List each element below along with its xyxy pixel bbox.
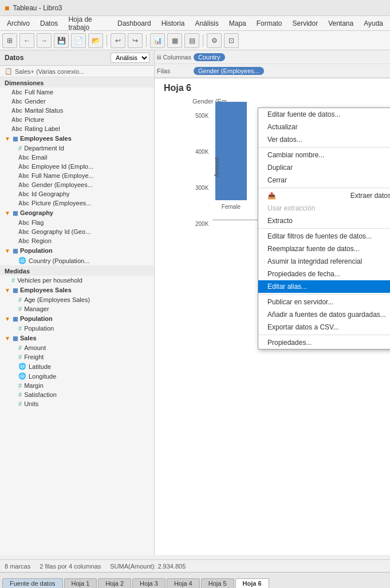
geo-region[interactable]: Abc Region [0, 236, 154, 245]
cm-extracto[interactable]: Extracto ▶ [258, 214, 390, 227]
toolbar-more-btn[interactable]: ▤ [184, 33, 199, 48]
title-text: Tableau - Libro3 [13, 4, 62, 12]
group-population[interactable]: ▼ ▦ Population [0, 245, 154, 256]
geo-id-label: Geography Id (Geo... [31, 228, 90, 235]
menu-analisis[interactable]: Análisis [190, 18, 223, 29]
toolbar-open-btn[interactable]: 📂 [88, 33, 103, 48]
group-meas-population[interactable]: ▼ ▦ Population [0, 313, 154, 324]
sales-latitude[interactable]: 🌐 Latitude [0, 361, 154, 371]
tab-hoja1[interactable]: Hoja 1 [64, 578, 97, 588]
sales-satisfaction[interactable]: # Satisfaction [0, 390, 154, 399]
toolbar-redo-btn[interactable]: ↪ [128, 33, 143, 48]
toolbar-undo-btn[interactable]: ↩ [111, 33, 125, 48]
hash-icon: # [18, 400, 22, 407]
toolbar-bar-btn[interactable]: ▦ [167, 33, 182, 48]
mes-manager[interactable]: # Manager [0, 304, 154, 313]
toolbar-save-btn[interactable]: 💾 [54, 33, 69, 48]
rows-pill[interactable]: Gender (Employees... [194, 67, 264, 75]
cm-edit-datasource[interactable]: Editar fuente de datos... [258, 108, 390, 121]
mes-age[interactable]: # Age (Employees Sales) [0, 295, 154, 304]
toolbar-fit-btn[interactable]: ⊡ [224, 33, 239, 48]
cm-alias-label: Editar alias... [267, 283, 307, 291]
es-emp-id[interactable]: Abc Employee Id (Emplo... [0, 162, 154, 171]
menu-mapa[interactable]: Mapa [224, 18, 251, 29]
data-source-row[interactable]: 📋 Sales+ (Varias conexio... [0, 66, 154, 77]
cm-publicar[interactable]: Publicar en servidor... [258, 296, 390, 308]
columns-pill[interactable]: Country [194, 53, 225, 61]
sales-margin[interactable]: # Margin [0, 381, 154, 390]
cm-propiedades-fecha[interactable]: Propiedades de fecha... [258, 268, 390, 280]
toolbar-forward-btn[interactable]: → [37, 33, 52, 48]
hash-icon: # [18, 305, 22, 312]
tab-data-source[interactable]: Fuente de datos [2, 578, 63, 588]
tab-hoja4[interactable]: Hoja 4 [167, 578, 200, 588]
dim-rating-label[interactable]: Abc Rating Label [0, 124, 154, 133]
menu-ventana[interactable]: Ventana [324, 18, 358, 29]
status-marks: 8 marcas [5, 563, 30, 570]
menu-historia[interactable]: Historia [157, 18, 190, 29]
es-dept-id[interactable]: # Department Id [0, 144, 154, 153]
cm-exportar-csv[interactable]: Exportar datos a CSV... [258, 321, 390, 333]
es-id-geo[interactable]: Abc Id Geography [0, 189, 154, 198]
tab-hoja2[interactable]: Hoja 2 [98, 578, 131, 588]
dim-gender[interactable]: Abc Gender [0, 97, 154, 106]
dim-full-name[interactable]: Abc Full Name [0, 88, 154, 97]
abc-icon: Abc [11, 89, 22, 96]
abc-icon: Abc [18, 220, 29, 226]
group-employees-sales[interactable]: ▼ ▦ Employees Sales [0, 133, 154, 144]
menu-formato[interactable]: Formato [252, 18, 287, 29]
expand-icon: ▼ [5, 248, 10, 254]
group-meas-sales[interactable]: ▼ ▦ Sales [0, 333, 154, 343]
menu-ayuda[interactable]: Ayuda [359, 18, 388, 29]
toolbar-back-btn[interactable]: ← [19, 33, 34, 48]
tab-hoja6[interactable]: Hoja 6 [235, 578, 269, 588]
es-full-name[interactable]: Abc Full Name (Employe... [0, 171, 154, 180]
cm-duplicar[interactable]: Duplicar [258, 161, 390, 174]
sales-freight[interactable]: # Freight [0, 352, 154, 361]
toolbar-chart-btn[interactable]: 📊 [150, 33, 165, 48]
es-email[interactable]: Abc Email [0, 153, 154, 162]
cm-editar-alias[interactable]: Editar alias... ▶ [258, 280, 390, 293]
cm-ver-datos[interactable]: Ver datos... [258, 133, 390, 146]
menu-hoja-trabajo[interactable]: Hoja de trabajo [64, 14, 112, 33]
expand-icon: ▼ [5, 335, 10, 341]
cm-propiedades[interactable]: Propiedades... [258, 336, 390, 349]
dim-marital-status[interactable]: Abc Marital Status [0, 106, 154, 115]
geo-flag[interactable]: Abc Flag [0, 218, 154, 227]
sep2 [146, 34, 147, 47]
cm-extraer-datos[interactable]: 📤 Extraer datos... [258, 189, 390, 202]
cm-actualizar[interactable]: Actualizar [258, 121, 390, 133]
menu-dashboard[interactable]: Dashboard [113, 18, 156, 29]
pop-country[interactable]: 🌐 Country (Population... [0, 256, 154, 265]
menu-archivo[interactable]: Archivo [2, 18, 34, 29]
group-meas-employees-sales[interactable]: ▼ ▦ Employees Sales [0, 285, 154, 295]
toolbar-new-btn[interactable]: 📄 [71, 33, 86, 48]
dim-picture[interactable]: Abc Picture [0, 115, 154, 124]
cm-asumir[interactable]: Asumir la integridad referencial [258, 255, 390, 268]
tab-hoja5[interactable]: Hoja 5 [201, 578, 234, 588]
tab-hoja3[interactable]: Hoja 3 [132, 578, 166, 588]
analysis-select[interactable]: Análisis [111, 53, 149, 63]
group-es-label: Employees Sales [20, 135, 72, 142]
group-geography[interactable]: ▼ ▦ Geography [0, 208, 154, 218]
toolbar-filter-btn[interactable]: ⚙ [207, 33, 222, 48]
abc-icon: Abc [11, 126, 22, 132]
mpop-pop[interactable]: # Population [0, 324, 154, 333]
cm-añadir-guardadas[interactable]: Añadir a fuentes de datos guardadas... [258, 308, 390, 321]
hash-icon: # [18, 353, 22, 360]
es-gender[interactable]: Abc Gender (Employees... [0, 180, 154, 189]
sales-units[interactable]: # Units [0, 399, 154, 408]
meas-vehicles[interactable]: # Vehicles per household [0, 276, 154, 285]
cm-reemplazar[interactable]: Reemplazar fuente de datos... [258, 243, 390, 255]
sales-amount[interactable]: # Amount [0, 343, 154, 352]
mpop-pop-label: Population [24, 325, 54, 332]
sales-longitude[interactable]: 🌐 Longitude [0, 371, 154, 381]
cm-cambiar-nombre[interactable]: Cambiar nombre... [258, 149, 390, 161]
toolbar-grid-btn[interactable]: ⊞ [2, 33, 17, 48]
cm-edit-filtros[interactable]: Editar filtros de fuentes de datos... [258, 230, 390, 243]
cm-cerrar[interactable]: Cerrar [258, 174, 390, 186]
menu-servidor[interactable]: Servidor [287, 18, 322, 29]
es-picture[interactable]: Abc Picture (Employees... [0, 198, 154, 208]
menu-datos[interactable]: Datos [36, 18, 62, 29]
geo-id[interactable]: Abc Geography Id (Geo... [0, 227, 154, 236]
